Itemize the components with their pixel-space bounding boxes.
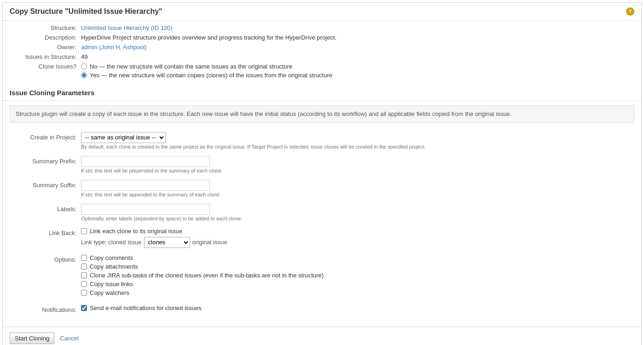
owner-link[interactable]: admin (John H. Ashpool) (81, 44, 146, 51)
cancel-link[interactable]: Cancel (60, 335, 78, 342)
summary-prefix-hint: If set, this text will be prepended to t… (81, 168, 634, 173)
description-row: Description: HyperDrive Project structur… (10, 34, 634, 41)
clone-yes-label: Yes — the new structure will contain cop… (90, 72, 332, 79)
issues-label: Issues in Structure: (10, 53, 81, 60)
summary-prefix-row: Summary Prefix: If set, this text will b… (10, 156, 634, 173)
create-in-project-select[interactable]: -- same as original issue -- (81, 132, 166, 143)
page-header: Copy Structure "Unlimited Issue Hierarch… (3, 3, 641, 21)
description-value: HyperDrive Project structure provides ov… (81, 34, 337, 41)
summary-suffix-group: If set, this text will be appended to th… (81, 180, 634, 197)
owner-label: Owner: (10, 44, 81, 51)
copy-watchers-checkbox[interactable] (81, 290, 87, 296)
summary-suffix-hint: If set, this text will be appended to th… (81, 192, 634, 197)
footer-actions: Start Cloning Cancel (3, 327, 641, 345)
create-in-project-group: -- same as original issue -- By default,… (81, 132, 634, 150)
issues-value: 49 (81, 53, 87, 60)
clone-issues-radio-group: No — the new structure will contain the … (81, 63, 332, 79)
help-icon[interactable]: ? (626, 7, 634, 16)
structure-label: Structure: (10, 24, 81, 31)
clone-subtasks-label: Clone JIRA sub-tasks of the cloned issue… (90, 272, 324, 279)
copy-attachments-label: Copy attachments (90, 263, 138, 270)
copy-comments-checkbox[interactable] (81, 255, 87, 261)
link-back-group: Link each clone to its original issue Li… (81, 228, 634, 248)
summary-prefix-label: Summary Prefix: (10, 156, 81, 165)
info-section: Structure: Unlimited Issue Hierarchy (ID… (3, 21, 641, 85)
summary-prefix-group: If set, this text will be prepended to t… (81, 156, 634, 173)
link-back-checkbox-item: Link each clone to its original issue (81, 228, 634, 235)
labels-hint: Optionally, enter labels (separated by s… (81, 216, 634, 221)
labels-input[interactable] (81, 204, 210, 215)
summary-suffix-row: Summary Suffix: If set, this text will b… (10, 180, 634, 197)
link-type-select[interactable]: clones is cloned by relates to (144, 237, 190, 248)
clone-issues-row: Clone Issues? No — the new structure wil… (10, 63, 634, 79)
labels-group: Optionally, enter labels (separated by s… (81, 204, 634, 221)
create-in-project-row: Create in Project: -- same as original i… (10, 132, 634, 150)
clone-issues-label: Clone Issues? (10, 63, 81, 70)
copy-watchers-item: Copy watchers (81, 289, 634, 296)
structure-value: Unlimited Issue Hierarchy (ID 120) (81, 24, 173, 31)
page-title: Copy Structure "Unlimited Issue Hierarch… (10, 7, 162, 16)
link-back-label: Link Back: (10, 228, 81, 236)
notifications-checkbox-item: Send e-mail notifications for cloned iss… (81, 305, 634, 311)
copy-comments-item: Copy comments (81, 254, 634, 261)
notifications-row: Notifications: Send e-mail notifications… (10, 305, 634, 313)
owner-value: admin (John H. Ashpool) (81, 44, 146, 51)
start-cloning-button[interactable]: Start Cloning (10, 333, 54, 344)
options-label: Options: (10, 254, 81, 263)
copy-issue-links-label: Copy issue links (90, 281, 133, 288)
copy-comments-label: Copy comments (90, 254, 133, 261)
copy-watchers-label: Copy watchers (90, 289, 129, 296)
page-container: Copy Structure "Unlimited Issue Hierarch… (2, 2, 642, 345)
clone-no-item: No — the new structure will contain the … (81, 63, 332, 70)
clone-subtasks-checkbox[interactable] (81, 272, 87, 278)
structure-link[interactable]: Unlimited Issue Hierarchy (ID 120) (81, 24, 173, 31)
link-back-row: Link Back: Link each clone to its origin… (10, 228, 634, 248)
link-back-checkbox[interactable] (81, 228, 87, 234)
notifications-checkbox-label: Send e-mail notifications for cloned iss… (90, 305, 202, 311)
options-group: Copy comments Copy attachments Clone JIR… (81, 254, 634, 298)
summary-suffix-input[interactable] (81, 180, 210, 191)
link-type-row: Link type: cloned issue clones is cloned… (81, 237, 634, 248)
notifications-label: Notifications: (10, 305, 81, 313)
issues-row: Issues in Structure: 49 (10, 53, 634, 60)
info-box: Structure plugin will create a copy of e… (10, 105, 634, 123)
clone-subtasks-item: Clone JIRA sub-tasks of the cloned issue… (81, 272, 634, 279)
link-type-suffix: original issue (192, 239, 227, 246)
notifications-checkbox[interactable] (81, 305, 87, 311)
clone-no-radio[interactable] (81, 63, 87, 69)
create-in-project-label: Create in Project: (10, 132, 81, 141)
link-back-checkbox-label: Link each clone to its original issue (90, 228, 182, 235)
summary-prefix-input[interactable] (81, 156, 210, 167)
copy-attachments-item: Copy attachments (81, 263, 634, 270)
clone-yes-radio[interactable] (81, 72, 87, 78)
section-title: Issue Cloning Parameters (3, 85, 641, 101)
options-row: Options: Copy comments Copy attachments … (10, 254, 634, 298)
form-section: Create in Project: -- same as original i… (3, 127, 641, 324)
copy-issue-links-item: Copy issue links (81, 281, 634, 288)
link-type-prefix: Link type: cloned issue (81, 239, 142, 246)
notifications-group: Send e-mail notifications for cloned iss… (81, 305, 634, 313)
labels-label: Labels: (10, 204, 81, 213)
description-label: Description: (10, 34, 81, 41)
copy-issue-links-checkbox[interactable] (81, 281, 87, 287)
copy-attachments-checkbox[interactable] (81, 264, 87, 270)
clone-no-label: No — the new structure will contain the … (90, 63, 292, 70)
labels-row: Labels: Optionally, enter labels (separa… (10, 204, 634, 221)
summary-suffix-label: Summary Suffix: (10, 180, 81, 189)
create-in-project-hint: By default, each clone is created in the… (81, 144, 634, 150)
structure-row: Structure: Unlimited Issue Hierarchy (ID… (10, 24, 634, 31)
clone-yes-item: Yes — the new structure will contain cop… (81, 72, 332, 79)
owner-row: Owner: admin (John H. Ashpool) (10, 44, 634, 51)
